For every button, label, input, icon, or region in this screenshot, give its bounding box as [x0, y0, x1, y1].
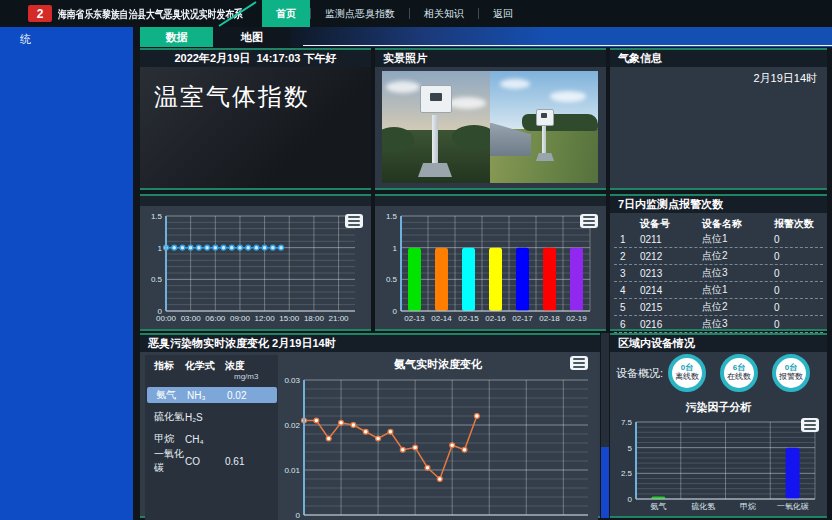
svg-text:06:00: 06:00 — [205, 314, 226, 323]
svg-text:0: 0 — [628, 495, 633, 504]
alarm-col-header: 设备号 — [640, 217, 702, 231]
top-bar: 2 海南省乐东黎族自治县大气恶臭状况实时发布系 首页监测点恶臭指数相关知识返回 — [0, 0, 832, 27]
svg-text:7.5: 7.5 — [621, 418, 633, 427]
svg-text:1.5: 1.5 — [386, 212, 398, 221]
stat-label: 报警数 — [779, 373, 803, 382]
sidebar: 统 — [0, 27, 133, 520]
svg-text:02-18: 02-18 — [539, 314, 560, 323]
cell: 点位2 — [702, 249, 774, 263]
svg-text:0: 0 — [393, 307, 398, 316]
table-row: 50215点位20 — [614, 299, 823, 316]
chart-menu-icon[interactable] — [580, 214, 598, 228]
cell: 0216 — [640, 319, 702, 330]
nav-item-2[interactable]: 相关知识 — [410, 0, 478, 27]
svg-text:09:00: 09:00 — [230, 314, 251, 323]
svg-text:5: 5 — [628, 444, 633, 453]
monitor-screen — [541, 113, 547, 118]
nav-item-3[interactable]: 返回 — [479, 0, 527, 27]
scrollbar-track[interactable] — [601, 333, 609, 518]
nh3-chart-block: 氨气实时浓度变化 00:0003:0006:0009:0012:0015:001… — [278, 352, 598, 520]
cell: 硫化氢 — [145, 410, 185, 424]
station-photo-2 — [490, 71, 598, 183]
diagonal-decoration — [216, 0, 260, 27]
alarm-count-panel: 7日内监测点报警次数 设备号设备名称报警次数10211点位1020212点位20… — [610, 194, 827, 331]
svg-text:0: 0 — [296, 511, 301, 520]
station-pole — [542, 123, 546, 155]
pollutant-factor-title: 污染因子分析 — [610, 400, 827, 415]
stat-label: 离线数 — [675, 373, 699, 382]
photos-panel: 实景照片 — [375, 48, 606, 190]
device-stat-circle-0: 0台离线数 — [668, 354, 706, 392]
chart-menu-icon[interactable] — [801, 418, 819, 432]
svg-text:甲烷: 甲烷 — [740, 502, 756, 511]
cell: 0 — [774, 319, 820, 330]
pollutant-row: 硫化氢H₂S — [145, 409, 277, 425]
cell: 点位3 — [702, 317, 774, 331]
cell: 点位3 — [702, 266, 774, 280]
cell: 点位2 — [702, 300, 774, 314]
tab-0[interactable]: 数据 — [140, 27, 213, 47]
device-panel-title: 区域内设备情况 — [610, 335, 827, 352]
status-line-panel: 00:0003:0006:0009:0012:0015:0018:0021:00… — [140, 194, 371, 331]
chart-menu-icon[interactable] — [570, 356, 588, 370]
panel-strip — [140, 196, 371, 206]
svg-text:02-15: 02-15 — [458, 314, 479, 323]
pollutant-row: 甲烷CH₄ — [145, 431, 277, 447]
device-overview-row: 设备概况: 0台离线数6台在线数0台报警数 — [616, 354, 810, 392]
station-base — [536, 153, 554, 161]
cell: 点位1 — [702, 283, 774, 297]
cell: 4 — [614, 285, 640, 296]
svg-text:1: 1 — [158, 244, 163, 253]
cell: 甲烷 — [145, 432, 185, 446]
cell: 0212 — [640, 251, 702, 262]
alarm-col-header: 报警次数 — [774, 217, 820, 231]
photo-strip — [382, 71, 599, 183]
cell: 一氧化碳 — [145, 447, 185, 475]
cell: H₂S — [185, 412, 225, 423]
svg-text:硫化氢: 硫化氢 — [691, 502, 715, 511]
cloud — [500, 79, 530, 89]
pollutant-table-header: 指标 化学式 浓度 — [145, 355, 279, 373]
svg-text:02-13: 02-13 — [404, 314, 425, 323]
status-line-chart: 00:0003:0006:0009:0012:0015:0018:0021:00… — [140, 206, 367, 329]
nh3-line-chart: 00:0003:0006:0009:0012:0015:0018:0021:00… — [278, 372, 598, 520]
tab-bar-underline — [303, 45, 832, 46]
chart-menu-icon[interactable] — [345, 214, 363, 228]
cell: 3 — [614, 268, 640, 279]
svg-text:21:00: 21:00 — [329, 314, 350, 323]
weather-timestamp: 2月19日14时 — [753, 71, 817, 86]
pollutant-table: 指标 化学式 浓度 mg/m3 氨气NH₃0.02硫化氢H₂S甲烷CH₄一氧化碳… — [145, 355, 279, 520]
cell: 0 — [774, 302, 820, 313]
cell: 0215 — [640, 302, 702, 313]
col-indicator: 指标 — [145, 359, 185, 373]
device-stat-circle-2: 0台报警数 — [772, 354, 810, 392]
cell: 氨气 — [147, 388, 187, 402]
tab-1[interactable]: 地图 — [214, 27, 290, 47]
table-row: 30213点位30 — [614, 265, 823, 282]
svg-text:0: 0 — [158, 307, 163, 316]
cell: 6 — [614, 319, 640, 330]
pollutant-row: 一氧化碳CO0.61 — [145, 453, 277, 469]
photos-panel-title: 实景照片 — [375, 50, 606, 67]
cell: 0.61 — [225, 456, 270, 467]
device-overview-label: 设备概况: — [616, 366, 668, 381]
cell: 0 — [774, 251, 820, 262]
svg-text:02-16: 02-16 — [485, 314, 506, 323]
cell: 0 — [774, 268, 820, 279]
unit-label: mg/m3 — [145, 372, 279, 381]
odor-panel-title: 恶臭污染物实时浓度变化 2月19日14时 — [140, 335, 600, 352]
svg-text:12:00: 12:00 — [255, 314, 276, 323]
nh3-chart-title: 氨气实时浓度变化 — [278, 357, 598, 372]
cell: 5 — [614, 302, 640, 313]
odor-panel: 恶臭污染物实时浓度变化 2月19日14时 指标 化学式 浓度 mg/m3 氨气N… — [140, 333, 600, 518]
daily-index-panel: 02-1302-1402-1502-1602-1702-1802-1900.51… — [375, 194, 606, 331]
station-base — [418, 163, 452, 177]
scrollbar-thumb[interactable] — [601, 447, 609, 518]
pollutant-factor-chart: 氨气硫化氢甲烷一氧化碳02.557.5 — [612, 416, 823, 513]
svg-text:0.02: 0.02 — [284, 421, 300, 430]
svg-text:0.03: 0.03 — [284, 376, 300, 385]
nav-item-1[interactable]: 监测点恶臭指数 — [311, 0, 409, 27]
weather-panel-title: 气象信息 — [610, 50, 827, 67]
svg-text:03:00: 03:00 — [181, 314, 202, 323]
nav-item-0[interactable]: 首页 — [262, 0, 310, 27]
